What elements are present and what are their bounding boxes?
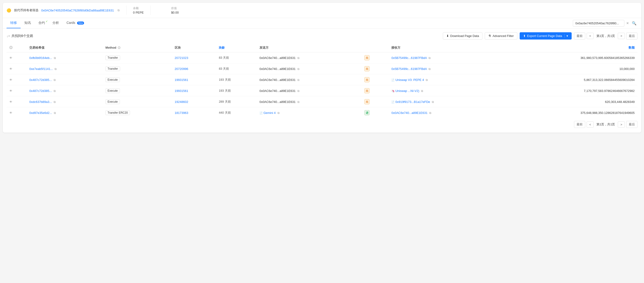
tx-hash-link[interactable]: 0x487c72d385... <box>29 78 52 82</box>
copy-hash-icon[interactable]: ⧉ <box>54 56 56 60</box>
balance-value: 0 PEPE <box>133 11 144 14</box>
method-badge: Transfer <box>106 55 120 60</box>
export-dropdown-arrow[interactable]: ▾ <box>564 34 568 38</box>
to-contract-icon: 📄 <box>391 101 394 103</box>
bottom-first-page-button[interactable]: 最前 <box>574 121 585 128</box>
from-address-link[interactable]: Gemini 4 <box>264 111 276 115</box>
row-eye-icon[interactable]: 👁 <box>9 89 12 93</box>
method-badge: Execute <box>106 77 120 82</box>
row-eye-icon[interactable]: 👁 <box>9 100 12 104</box>
download-page-data-button[interactable]: ⬇ Download Page Data <box>443 32 483 39</box>
bottom-next-page-button[interactable]: > <box>618 121 625 128</box>
row-eye-icon[interactable]: 👁 <box>9 78 12 82</box>
table-header-row: ⓘ 交易哈希值 Method ⓘ 区块 块龄 发送方 接收方 数额 <box>6 43 638 52</box>
export-label: Export Current Page Data <box>527 34 562 38</box>
search-input[interactable] <box>573 20 624 27</box>
next-page-button[interactable]: > <box>618 33 625 39</box>
tx-hash-link[interactable]: 0xd97e35e6d2... <box>29 111 52 115</box>
to-address-link[interactable]: 0x5B75499c...61987FBdA <box>391 56 427 60</box>
search-clear-icon[interactable]: ✕ <box>626 21 629 25</box>
last-page-button[interactable]: 最后 <box>626 32 638 39</box>
bottom-last-page-button[interactable]: 最后 <box>626 121 638 128</box>
copy-to-icon[interactable]: ⧉ <box>426 78 428 82</box>
first-page-button[interactable]: 最前 <box>574 32 585 39</box>
download-label: Download Page Data <box>450 34 479 38</box>
col-header-amount: 数额 <box>500 43 638 52</box>
table-row: 👁0xfb0b6f164eb... ⧉Transfer2072102383 天前… <box>6 52 638 63</box>
copy-from-icon[interactable]: ⧉ <box>298 56 300 60</box>
tx-hash-link[interactable]: 0xfb0b6f164eb... <box>29 56 52 60</box>
copy-address-icon[interactable]: ⧉ <box>118 9 120 12</box>
tabs-bar: 转移 知讯 合约 ✓ 分析 Cards New ✕ 🔍 <box>3 18 641 28</box>
tab-cards[interactable]: Cards New <box>63 18 88 28</box>
tab-contract[interactable]: 合约 ✓ <box>35 18 49 28</box>
value-label: 价值 <box>171 6 179 10</box>
copy-to-icon[interactable]: ⧉ <box>428 56 431 60</box>
tx-age: 83 天前 <box>216 52 257 63</box>
tx-age: 440 天前 <box>216 107 257 118</box>
filter-address-link[interactable]: 0x0AC6e740520540aC7626f80d0bDa88aa89E1E6… <box>41 9 114 12</box>
to-address-link[interactable]: 0x5B75499c...61987FBdA <box>391 67 427 71</box>
copy-to-icon[interactable]: ⧉ <box>429 111 431 115</box>
block-number-link[interactable]: 20720996 <box>175 67 188 71</box>
copy-to-icon[interactable]: ⧉ <box>421 89 423 93</box>
direction-badge: 进 <box>364 110 370 115</box>
copy-from-icon[interactable]: ⧉ <box>278 111 280 115</box>
col-header-from: 发送方 <box>257 43 362 52</box>
tx-hash-link[interactable]: 0x487c72d385... <box>29 89 52 93</box>
block-number-link[interactable]: 19248602 <box>175 100 188 104</box>
to-address-link[interactable]: 0x0AC6e740...a89E1E631 <box>391 111 428 115</box>
search-button-icon[interactable]: 🔍 <box>631 20 638 26</box>
row-eye-icon[interactable]: 👁 <box>9 56 12 60</box>
to-address-link[interactable]: Uniswap ...NI-V2) <box>395 89 419 93</box>
table-row: 👁0xdc637b89a3... ⧉Execute19248602289 天前0… <box>6 96 638 107</box>
tx-age: 83 天前 <box>216 63 257 74</box>
method-help-icon[interactable]: ⓘ <box>118 46 120 49</box>
to-address-link[interactable]: Uniswap V3: PEPE 4 <box>395 78 424 82</box>
copy-to-icon[interactable]: ⧉ <box>432 100 434 104</box>
col-header-age: 块龄 <box>216 43 257 52</box>
tx-age: 289 天前 <box>216 96 257 107</box>
copy-hash-icon[interactable]: ⧉ <box>54 67 57 71</box>
copy-from-icon[interactable]: ⧉ <box>298 78 300 82</box>
block-number-link[interactable]: 19931561 <box>175 89 188 93</box>
export-icon: ⬆ <box>523 34 526 38</box>
result-count: ↓= 共找到6个交易 <box>6 34 33 38</box>
tab-transfer[interactable]: 转移 <box>6 18 20 28</box>
prev-page-button[interactable]: < <box>587 33 594 39</box>
bottom-pagination: 最前 < 第1页，共1页 > 最后 <box>6 118 638 129</box>
from-address: 0x0AC6e740...a89E1E631 <box>260 67 296 71</box>
result-text: 共找到6个交易 <box>12 34 33 38</box>
content-area: ↓= 共找到6个交易 ⬇ Download Page Data ⚗ Advanc… <box>3 28 641 133</box>
copy-hash-icon[interactable]: ⧉ <box>54 100 56 104</box>
copy-to-icon[interactable]: ⧉ <box>428 67 431 71</box>
direction-badge: 出 <box>364 55 370 60</box>
tx-hash-link[interactable]: 0xe7eab5f1141... <box>29 67 53 71</box>
col-header-hash: 交易哈希值 <box>26 43 102 52</box>
copy-from-icon[interactable]: ⧉ <box>298 89 300 93</box>
advanced-filter-button[interactable]: ⚗ Advanced Filter <box>485 32 517 39</box>
value-amount: $0.00 <box>171 11 179 14</box>
block-number-link[interactable]: 18173963 <box>175 111 188 115</box>
copy-hash-icon[interactable]: ⧉ <box>54 111 56 115</box>
tx-amount: 7,170,797,583.978624646667672982 <box>500 85 638 96</box>
direction-badge: 出 <box>364 77 370 82</box>
row-eye-icon[interactable]: 👁 <box>9 67 12 71</box>
tx-hash-link[interactable]: 0xdc637b89a3... <box>29 100 52 104</box>
block-number-link[interactable]: 20721023 <box>175 56 188 60</box>
copy-from-icon[interactable]: ⧉ <box>298 100 300 104</box>
tab-analytics[interactable]: 分析 <box>49 18 63 28</box>
export-current-page-button[interactable]: ⬆ Export Current Page Data ▾ <box>520 32 572 39</box>
to-address-link[interactable]: 0x919f9173...B1a17eFDe <box>395 100 430 104</box>
copy-hash-icon[interactable]: ⧉ <box>54 89 56 93</box>
filter-label-btn: Advanced Filter <box>492 34 514 38</box>
tab-knowledge[interactable]: 知讯 <box>20 18 35 28</box>
balance-label: 余额 <box>133 6 144 10</box>
row-eye-icon[interactable]: 👁 <box>9 111 12 115</box>
copy-from-icon[interactable]: ⧉ <box>298 67 300 71</box>
bottom-prev-page-button[interactable]: < <box>587 121 594 128</box>
top-pagination: 最前 < 第1页，共1页 > 最后 <box>574 32 638 39</box>
block-number-link[interactable]: 19931561 <box>175 78 188 82</box>
filter-divider <box>126 5 126 15</box>
copy-hash-icon[interactable]: ⧉ <box>54 78 56 82</box>
